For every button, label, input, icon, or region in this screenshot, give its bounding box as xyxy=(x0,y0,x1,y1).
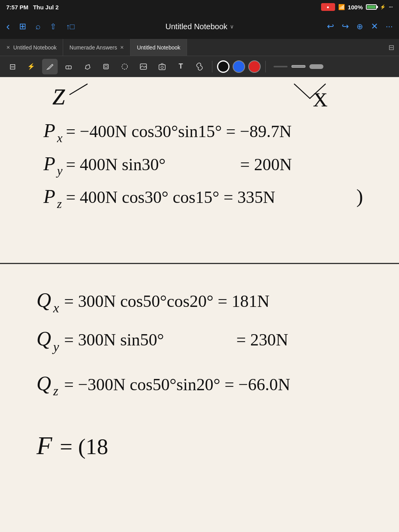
stamp-icon xyxy=(102,62,110,71)
bluetooth-button[interactable]: ⚡ xyxy=(23,59,39,74)
close-button[interactable]: ✕ xyxy=(371,21,378,32)
highlighter-tool-button[interactable] xyxy=(79,59,95,74)
svg-text:Q: Q xyxy=(37,328,51,350)
stroke-thick-button[interactable] xyxy=(309,64,323,69)
image-tool-button[interactable] xyxy=(136,59,151,74)
notebook-title[interactable]: Untitled Notebook ∨ xyxy=(166,22,234,31)
svg-text:X: X xyxy=(313,88,327,111)
tab-untitled-2[interactable]: Untitled Notebook xyxy=(131,39,187,56)
grid-button[interactable]: ⊞ xyxy=(19,21,26,32)
status-right: ● 📶 100% ⚡ ··· xyxy=(321,3,393,11)
wifi-icon: 📶 xyxy=(338,4,345,10)
svg-rect-6 xyxy=(159,65,165,70)
battery-fill xyxy=(367,5,376,9)
svg-text:P: P xyxy=(43,120,55,141)
camera-tool-button[interactable] xyxy=(154,59,170,74)
lasso-icon xyxy=(120,62,129,71)
svg-text:= 230N: = 230N xyxy=(237,330,288,349)
svg-text:z: z xyxy=(56,197,62,211)
highlighter-icon xyxy=(83,62,92,71)
text-tool-button[interactable]: T xyxy=(173,59,189,74)
notebook-page-2: Q x = 300N cos50°cos20° = 181N Q y = 300… xyxy=(0,264,399,532)
toolbar: ⊟ ⚡ xyxy=(0,56,399,77)
status-bar: 7:57 PM Thu Jul 2 ● 📶 100% ⚡ ··· xyxy=(0,0,399,14)
dots-icon: ··· xyxy=(389,4,393,10)
page-1-svg: Z X P x = −400N cos30°sin15° = −89.7N P … xyxy=(0,77,399,263)
svg-text:Z: Z xyxy=(52,85,65,109)
svg-text:= 400N cos30° cos15° = 335N: = 400N cos30° cos15° = 335N xyxy=(66,188,275,206)
svg-text:= −400N cos30°sin15° = −89.7N: = −400N cos30°sin15° = −89.7N xyxy=(66,122,291,141)
status-left: 7:57 PM Thu Jul 2 xyxy=(6,4,59,11)
bookmark-button[interactable]: ⇧ xyxy=(50,22,56,31)
battery-icon xyxy=(366,4,377,10)
search-button[interactable]: ⌕ xyxy=(35,21,41,32)
image-icon xyxy=(139,62,148,71)
nav-center: Untitled Notebook ∨ xyxy=(135,22,264,31)
svg-text:P: P xyxy=(43,186,55,207)
svg-text:= −300N cos50°sin20° = −66.0N: = −300N cos50°sin20° = −66.0N xyxy=(64,375,290,394)
tab-label-2: Numerade Answers xyxy=(69,44,117,51)
svg-rect-2 xyxy=(104,64,108,69)
lasso-tool-button[interactable] xyxy=(117,59,132,74)
eraser-tool-button[interactable] xyxy=(61,59,76,74)
svg-text:F: F xyxy=(36,431,53,460)
tab-sidebar-button[interactable]: ⊟ xyxy=(384,39,399,56)
svg-text:y: y xyxy=(52,340,60,354)
time-display: 7:57 PM xyxy=(6,4,28,11)
svg-rect-3 xyxy=(105,65,107,68)
stamp-tool-button[interactable] xyxy=(98,59,114,74)
tab-untitled-1[interactable]: ✕ Untitled Notebook xyxy=(0,39,63,56)
undo-button[interactable]: ↩ xyxy=(327,21,334,32)
stroke-medium-button[interactable] xyxy=(291,65,305,68)
title-text: Untitled Notebook xyxy=(166,22,228,31)
date-display: Thu Jul 2 xyxy=(33,4,59,11)
canvas-area[interactable]: Z X P x = −400N cos30°sin15° = −89.7N P … xyxy=(0,77,399,532)
share-button[interactable]: ↑□ xyxy=(66,22,74,31)
page-2-svg: Q x = 300N cos50°cos20° = 181N Q y = 300… xyxy=(0,264,399,532)
sidebar-toggle-button[interactable]: ⊟ xyxy=(5,59,20,74)
more-button[interactable]: ··· xyxy=(386,21,393,32)
title-chevron: ∨ xyxy=(230,23,234,30)
svg-point-7 xyxy=(161,66,163,69)
svg-text:Q: Q xyxy=(37,289,51,311)
pen-tool-button[interactable] xyxy=(42,59,58,74)
pen-icon xyxy=(46,62,54,71)
stroke-options xyxy=(270,64,327,69)
color-blue-button[interactable] xyxy=(233,60,245,73)
svg-text:= 200N: = 200N xyxy=(240,155,292,174)
eraser-icon xyxy=(64,62,73,71)
svg-text:= 300N sin50°: = 300N sin50° xyxy=(64,330,164,349)
record-icon: ● xyxy=(321,3,335,11)
add-page-button[interactable]: ⊕ xyxy=(357,22,363,31)
camera-icon xyxy=(158,62,166,71)
svg-text:): ) xyxy=(356,185,363,207)
stroke-thin-button[interactable] xyxy=(274,66,288,67)
tab-label-3: Untitled Notebook xyxy=(137,44,180,51)
svg-line-9 xyxy=(70,84,87,95)
svg-text:z: z xyxy=(53,384,58,398)
tab-close-1[interactable]: ✕ xyxy=(6,45,10,50)
link-icon xyxy=(195,62,204,71)
svg-text:= 400N sin30°: = 400N sin30° xyxy=(66,155,166,174)
svg-point-4 xyxy=(122,64,127,69)
toolbar-separator-1 xyxy=(212,61,212,72)
nav-bar: ‹ ⊞ ⌕ ⇧ ↑□ Untitled Notebook ∨ ↩ ↪ ⊕ ✕ ·… xyxy=(0,14,399,39)
color-red-button[interactable] xyxy=(248,60,261,73)
svg-text:y: y xyxy=(56,164,63,178)
svg-text:x: x xyxy=(53,301,59,315)
back-button[interactable]: ‹ xyxy=(6,20,10,33)
svg-text:Q: Q xyxy=(37,372,51,395)
color-black-button[interactable] xyxy=(217,60,230,73)
svg-text:P: P xyxy=(43,153,55,174)
battery-percent: 100% xyxy=(348,4,363,11)
svg-text:= (18: = (18 xyxy=(60,434,108,459)
tab-label-1: Untitled Notebook xyxy=(13,44,56,51)
tab-close-2[interactable]: ✕ xyxy=(120,45,124,50)
charging-icon: ⚡ xyxy=(380,4,386,10)
tab-numerade[interactable]: Numerade Answers ✕ xyxy=(63,39,131,56)
notebook-page-1: Z X P x = −400N cos30°sin15° = −89.7N P … xyxy=(0,77,399,264)
link-tool-button[interactable] xyxy=(192,59,207,74)
toolbar-separator-2 xyxy=(265,61,266,72)
svg-text:x: x xyxy=(56,131,62,145)
redo-button[interactable]: ↪ xyxy=(342,21,349,32)
